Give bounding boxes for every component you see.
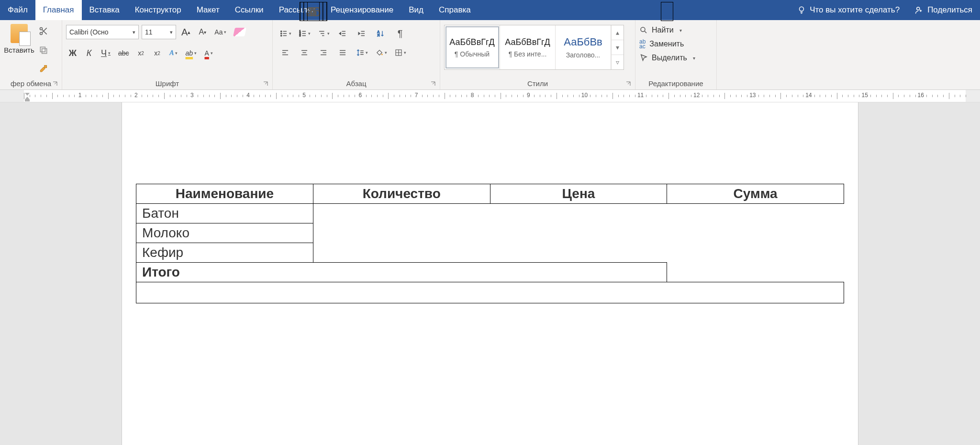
col-name[interactable]: Наименование <box>136 184 313 204</box>
svg-text:A: A <box>378 30 380 33</box>
bucket-icon <box>375 48 384 57</box>
text-effects-button[interactable]: A <box>167 46 180 60</box>
styles-launcher[interactable] <box>624 80 632 88</box>
launcher-icon <box>263 81 268 87</box>
style-normal[interactable]: АаБбВвГгД ¶ Обычный <box>445 25 500 69</box>
copy-button[interactable] <box>36 43 51 57</box>
tab-review[interactable]: Рецензирование <box>323 0 401 20</box>
highlight-button[interactable]: ab <box>183 46 200 60</box>
styles-gallery: АаБбВвГгД ¶ Обычный АаБбВвГгД ¶ Без инте… <box>444 25 624 70</box>
table-total-row[interactable]: Итого <box>136 263 844 282</box>
align-center-button[interactable] <box>296 44 313 61</box>
paragraph-group-label: Абзац <box>277 78 436 89</box>
grow-font-button[interactable]: A▴ <box>179 25 193 39</box>
change-case-button[interactable]: Aa <box>212 25 229 39</box>
paste-icon[interactable] <box>11 24 28 43</box>
horizontal-ruler[interactable]: 12345678910111213141516 <box>0 90 980 102</box>
document-area[interactable]: Наименование Количество Цена Сумма Батон… <box>0 102 980 445</box>
font-launcher[interactable] <box>262 80 269 88</box>
tab-file[interactable]: Файл <box>0 0 35 20</box>
clear-format-button[interactable] <box>232 25 248 39</box>
find-button[interactable]: Найти <box>639 26 695 34</box>
bullets-button[interactable] <box>277 25 294 42</box>
table-row[interactable] <box>136 282 844 303</box>
cursor-icon <box>639 54 648 62</box>
share-button[interactable]: Поделиться <box>907 0 980 20</box>
italic-button[interactable]: К <box>82 46 96 60</box>
tab-help[interactable]: Справка <box>431 0 479 20</box>
group-font: Calibri (Осно ▾ 11 ▾ A▴ A▾ Aa Ж К Ч <box>62 20 273 89</box>
font-name-combo[interactable]: Calibri (Осно ▾ <box>66 25 139 39</box>
underline-button[interactable]: Ч <box>99 46 113 60</box>
align-right-button[interactable] <box>315 44 332 61</box>
tab-home[interactable]: Главная <box>35 0 82 20</box>
styles-group-label: Стили <box>444 78 631 89</box>
launcher-icon <box>625 81 631 87</box>
line-spacing-button[interactable] <box>353 44 370 61</box>
cell-name[interactable]: Молоко <box>136 223 313 243</box>
style-preview: АаБбВвГгД <box>505 37 550 47</box>
paste-button[interactable]: Вставить <box>4 46 34 54</box>
chevron-down-icon: ▾ <box>170 29 173 35</box>
styles-scroll-up[interactable]: ▴ <box>612 25 624 40</box>
styles-expand[interactable]: ▿ <box>612 55 624 69</box>
styles-scroll-down[interactable]: ▾ <box>612 40 624 55</box>
font-size-combo[interactable]: 11 ▾ <box>142 25 176 39</box>
table-row[interactable]: Кефир 6 40 <box>136 243 844 263</box>
bold-button[interactable]: Ж <box>66 46 79 60</box>
cell-empty[interactable] <box>136 282 844 303</box>
font-group-label: Шрифт <box>66 78 268 89</box>
col-price[interactable]: Цена <box>490 184 667 204</box>
outdent-button[interactable] <box>334 25 351 42</box>
select-button[interactable]: Выделить <box>639 54 695 62</box>
style-heading1[interactable]: АаБбВв Заголово... <box>556 25 611 69</box>
style-nospacing[interactable]: АаБбВвГгД ¶ Без инте... <box>500 25 556 69</box>
tell-me-search[interactable]: Что вы хотите сделать? <box>790 0 907 20</box>
table-row[interactable]: Молоко 5 35 <box>136 223 844 243</box>
launcher-icon <box>52 81 58 87</box>
font-color-button[interactable]: A <box>202 46 215 60</box>
line-spacing-icon <box>356 48 365 57</box>
page[interactable]: Наименование Количество Цена Сумма Батон… <box>122 102 858 445</box>
numbering-icon: 123 <box>299 29 307 38</box>
svg-point-17 <box>641 27 645 32</box>
ribbon-tabs: Файл Главная Вставка Конструктор Макет С… <box>0 0 980 20</box>
launcher-icon <box>430 81 436 87</box>
document-table[interactable]: Наименование Количество Цена Сумма Батон… <box>136 184 844 303</box>
borders-button[interactable] <box>391 44 409 61</box>
subscript-button[interactable]: x2 <box>134 46 148 60</box>
numbering-button[interactable]: 123 <box>296 25 313 42</box>
cell-name[interactable]: Кефир <box>136 243 313 263</box>
shading-button[interactable] <box>372 44 390 61</box>
sort-button[interactable]: AЯ <box>372 25 390 42</box>
cell-name[interactable]: Батон <box>136 204 313 223</box>
superscript-button[interactable]: x2 <box>151 46 164 60</box>
show-marks-button[interactable]: ¶ <box>391 25 409 42</box>
multilevel-button[interactable] <box>315 25 332 42</box>
clipboard-launcher[interactable] <box>51 80 59 88</box>
tab-layout[interactable]: Макет <box>189 0 227 20</box>
tab-insert[interactable]: Вставка <box>82 0 127 20</box>
group-styles: АаБбВвГгД ¶ Обычный АаБбВвГгД ¶ Без инте… <box>440 20 635 89</box>
format-painter-button[interactable] <box>36 62 51 77</box>
col-qty[interactable]: Количество <box>313 184 490 204</box>
table-row[interactable]: Батон 1 25 <box>136 204 844 223</box>
copy-icon <box>39 45 48 55</box>
indent-button[interactable] <box>353 25 370 42</box>
svg-text:3: 3 <box>299 34 301 37</box>
tab-view[interactable]: Вид <box>401 0 431 20</box>
shrink-font-button[interactable]: A▾ <box>196 25 209 39</box>
paragraph-launcher[interactable] <box>429 80 437 88</box>
align-left-button[interactable] <box>277 44 294 61</box>
tab-design[interactable]: Конструктор <box>127 0 189 20</box>
strike-button[interactable]: abc <box>116 46 132 60</box>
indent-icon <box>357 29 366 38</box>
tab-references[interactable]: Ссылки <box>227 0 271 20</box>
table-header-row[interactable]: Наименование Количество Цена Сумма <box>136 184 844 204</box>
col-sum[interactable]: Сумма <box>667 184 844 204</box>
cell-total-label[interactable]: Итого <box>136 263 667 282</box>
justify-button[interactable] <box>334 44 351 61</box>
select-label: Выделить <box>652 54 687 62</box>
replace-button[interactable]: abac Заменить <box>639 39 695 49</box>
cut-button[interactable] <box>36 24 51 38</box>
